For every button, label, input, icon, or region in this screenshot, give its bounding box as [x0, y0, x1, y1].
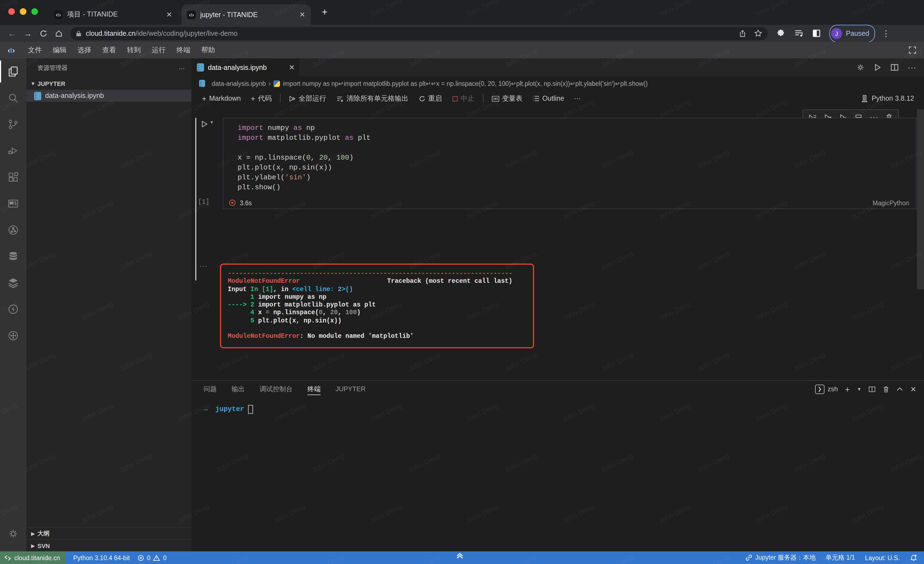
shell-badge[interactable]: ❯ zsh: [815, 384, 838, 394]
menu-goto[interactable]: 转到: [122, 45, 146, 55]
add-markdown-button[interactable]: +Markdown: [198, 92, 245, 105]
url-bar[interactable]: cloud.titanide.cn/ide/web/coding/jupyter…: [70, 27, 768, 40]
new-terminal-icon[interactable]: +: [845, 384, 850, 394]
remote-indicator[interactable]: cloud.titanide.cn: [0, 551, 66, 564]
run-all-icon[interactable]: [873, 63, 882, 72]
app-window: ‹t› 项目 - TITANIDE ✕ ‹t› jupyter - TITANI…: [0, 0, 924, 564]
back-icon[interactable]: ←: [8, 29, 16, 38]
database-icon[interactable]: [0, 243, 26, 270]
new-tab-button[interactable]: +: [322, 7, 327, 18]
preview-icon[interactable]: [0, 190, 26, 217]
close-tab-icon[interactable]: ✕: [299, 11, 305, 19]
run-dropdown-chevron-icon[interactable]: ▼: [210, 120, 214, 125]
menu-run[interactable]: 运行: [146, 45, 171, 55]
keyboard-layout-indicator[interactable]: Layout: U.S.: [865, 554, 900, 561]
cell-language-mode[interactable]: MagicPython: [873, 200, 909, 206]
jupyter-server-indicator[interactable]: Jupyter 服务器：本地: [745, 553, 816, 562]
home-icon[interactable]: [55, 29, 63, 37]
cell-position-indicator[interactable]: 单元格 1/1: [825, 553, 855, 562]
browser-tab-project[interactable]: ‹t› 项目 - TITANIDE ✕: [48, 5, 178, 25]
notebook-settings-gear-icon[interactable]: [856, 63, 865, 72]
execution-count: [1]: [198, 198, 209, 205]
menu-selection[interactable]: 选择: [72, 45, 97, 55]
source-control-icon[interactable]: [0, 111, 26, 138]
toolbar-more-icon[interactable]: ···: [570, 92, 585, 105]
restart-icon: [418, 95, 425, 102]
kill-terminal-icon[interactable]: [883, 385, 890, 393]
close-editor-tab-icon[interactable]: ✕: [289, 63, 295, 72]
kernel-picker[interactable]: Python 3.8.12: [861, 95, 924, 102]
code-cell[interactable]: import numpy as npimport matplotlib.pypl…: [223, 118, 916, 209]
file-item-notebook[interactable]: data-analysis.ipynb: [26, 90, 191, 102]
cell-code[interactable]: import numpy as npimport matplotlib.pypl…: [238, 123, 371, 193]
window-controls: [8, 8, 38, 15]
output-more-icon[interactable]: ···: [199, 262, 208, 270]
menu-file[interactable]: 文件: [22, 45, 47, 55]
outline-section[interactable]: ▶大纲: [26, 527, 191, 539]
panel-tab-debug-console[interactable]: 调试控制台: [260, 381, 292, 397]
breadcrumb-file[interactable]: data-analysis.ipynb: [212, 80, 266, 87]
svn-section[interactable]: ▶SVN: [26, 539, 191, 551]
menu-terminal[interactable]: 终端: [171, 45, 196, 55]
run-cell-button[interactable]: ▼: [200, 120, 214, 128]
interrupt-button: 中止: [448, 92, 478, 105]
terminal-view[interactable]: → jupyter: [191, 397, 924, 414]
browser-tab-jupyter[interactable]: ‹t› jupyter - TITANIDE ✕: [182, 5, 311, 25]
breadcrumb[interactable]: data-analysis.ipynb › import numpy as np…: [191, 77, 924, 90]
variables-button[interactable]: 变量表: [488, 92, 526, 105]
outline-button[interactable]: Outline: [528, 92, 568, 105]
browser-toolbar: ← → cloud.titanide.cn/ide/web/coding/jup…: [0, 25, 924, 42]
problems-indicator[interactable]: 0 0: [138, 554, 166, 561]
menu-view[interactable]: 查看: [97, 45, 122, 55]
breadcrumb-cell-preview[interactable]: import numpy as np↵import matplotlib.pyp…: [283, 80, 648, 87]
search-icon[interactable]: [0, 85, 26, 111]
maximize-panel-icon[interactable]: [897, 387, 903, 391]
extensions-icon[interactable]: [0, 164, 26, 190]
playlist-icon[interactable]: [794, 29, 804, 38]
maximize-window-button[interactable]: [32, 8, 38, 15]
close-window-button[interactable]: [8, 8, 15, 15]
more-actions-icon[interactable]: ···: [908, 62, 916, 72]
extensions-puzzle-icon[interactable]: [777, 29, 785, 38]
reload-icon[interactable]: [40, 29, 47, 37]
explorer-more-icon[interactable]: ···: [179, 65, 185, 71]
clear-outputs-icon: [336, 95, 344, 102]
panel-tab-terminal[interactable]: 终端: [308, 381, 321, 397]
panel-tab-output[interactable]: 输出: [231, 381, 245, 397]
close-panel-icon[interactable]: ✕: [910, 385, 916, 393]
clear-outputs-button[interactable]: 清除所有单元格输出: [332, 92, 412, 105]
share-icon[interactable]: [739, 29, 746, 37]
browser-menu-icon[interactable]: ⋮: [882, 29, 890, 38]
notifications-bell-icon[interactable]: [910, 554, 917, 561]
terminal-dropdown-chevron-icon[interactable]: ▼: [857, 387, 861, 391]
close-tab-icon[interactable]: ✕: [166, 11, 172, 19]
explorer-icon[interactable]: [0, 58, 26, 85]
lightning-icon[interactable]: [0, 296, 26, 322]
fullscreen-icon[interactable]: [909, 46, 916, 54]
settings-gear-icon[interactable]: [0, 520, 26, 547]
menu-edit[interactable]: 编辑: [47, 45, 72, 55]
split-terminal-icon[interactable]: [868, 385, 876, 393]
editor-scrollbar[interactable]: [917, 110, 924, 289]
add-code-button[interactable]: +代码: [247, 92, 276, 105]
run-all-button[interactable]: 全部运行: [285, 92, 330, 105]
menu-help[interactable]: 帮助: [196, 45, 220, 55]
layers-icon[interactable]: [0, 270, 26, 296]
prompt-arrow: →: [204, 406, 208, 413]
panel-tab-jupyter[interactable]: JUPYTER: [336, 381, 366, 397]
bookmark-star-icon[interactable]: [754, 29, 762, 38]
restart-kernel-button[interactable]: 重启: [414, 92, 446, 105]
profile-chip[interactable]: J Paused: [830, 24, 875, 42]
split-editor-icon[interactable]: [891, 63, 899, 72]
workspace-section-header[interactable]: ▼ JUPYTER: [26, 78, 191, 90]
forward-icon[interactable]: →: [24, 29, 32, 38]
panel-tab-problems[interactable]: 问题: [204, 381, 217, 397]
minimize-window-button[interactable]: [20, 8, 26, 15]
move-all-icon[interactable]: [0, 322, 26, 349]
share-circle-icon[interactable]: [0, 217, 26, 243]
editor-tab-notebook[interactable]: data-analysis.ipynb ✕: [191, 58, 299, 77]
run-debug-icon[interactable]: [0, 138, 26, 164]
side-panel-icon[interactable]: [812, 29, 820, 38]
python-interpreter[interactable]: Python 3.10.4 64-bit: [73, 554, 130, 561]
restore-panel-chevrons-icon[interactable]: [455, 552, 464, 559]
